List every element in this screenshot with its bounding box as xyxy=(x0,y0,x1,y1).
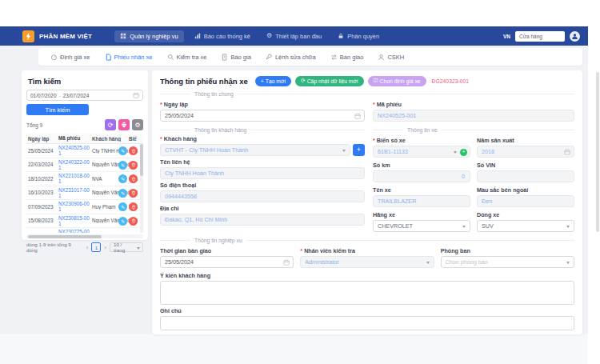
field-so-km: Số km 0 xyxy=(373,160,470,182)
tab-cskh[interactable]: CSKH xyxy=(370,48,411,66)
delete-button[interactable] xyxy=(129,202,138,211)
date-range-input[interactable]: 01/07/2020 - 23/07/2024 xyxy=(26,90,143,101)
edit-button[interactable]: ✎ xyxy=(118,161,127,170)
edit-button[interactable]: ✎ xyxy=(118,189,127,198)
tab-ban-giao[interactable]: Bàn giao xyxy=(323,48,371,66)
field-label: Ngày lập xyxy=(164,101,188,108)
nhan-vien-kiem-tra-select: Administrator xyxy=(300,256,434,268)
user-avatar[interactable] xyxy=(570,31,580,42)
page-size-select[interactable]: 10 / trang xyxy=(110,242,143,252)
app-screen: PHẦN MỀM VIỆT Quản lý nghiệp vụ Báo cáo … xyxy=(0,0,600,364)
required-mark: * xyxy=(160,101,162,108)
nav-item-label: Thiết lập ban đầu xyxy=(275,33,322,40)
edit-button[interactable]: ✎ xyxy=(118,174,127,183)
tab-lenh-sua-chua[interactable]: Lệnh sửa chữa xyxy=(258,48,323,66)
valuation-ref-code: ĐG240323-001 xyxy=(432,78,469,84)
bolt-icon xyxy=(25,33,32,40)
table-row[interactable]: 15/08/2023 NX230815-001 Nguyễn Văn Chối … xyxy=(26,214,143,229)
ngay-lap-input[interactable]: 25/05/2024 xyxy=(160,110,365,122)
khach-hang-value: CTVHT - Cty TNHH Hoàn Thành xyxy=(165,146,248,154)
dong-xe-select[interactable]: SUV xyxy=(477,220,574,232)
tab-phieu-nhan-xe[interactable]: Phiếu nhận xe xyxy=(98,48,160,66)
next-page-button[interactable]: › xyxy=(104,244,106,251)
tab-dinh-gia-xe[interactable]: Định giá xe xyxy=(43,48,98,66)
nav-item-thiet-lap-ban-dau[interactable]: ⚙ Thiết lập ban đầu xyxy=(261,30,327,42)
table-row[interactable]: 18/10/2022 NX221018-001 NVA 65A ✎ xyxy=(26,172,143,186)
lock-icon xyxy=(338,33,344,39)
so-dien-thoai-value: 0944443558 xyxy=(165,193,197,200)
so-vin-input xyxy=(477,170,574,182)
prev-page-button[interactable]: ‹ xyxy=(86,244,89,251)
field-bien-so-xe: *Biển số xe 61B1-11133+ xyxy=(373,135,470,158)
header-khach-hang[interactable]: Khách hàng xyxy=(90,136,129,142)
tab-label: Lệnh sửa chữa xyxy=(275,54,316,61)
table-row[interactable]: 25/07/2023 NX230725-001 Nguyễn Văn Chối … xyxy=(26,228,143,233)
trash-icon xyxy=(131,218,136,223)
total-count: Tổng 9 xyxy=(26,122,42,128)
edit-button[interactable]: ✎ xyxy=(118,217,127,226)
chevron-down-icon xyxy=(462,226,466,228)
nav-item-phan-quyen[interactable]: Phân quyền xyxy=(332,30,385,42)
store-select-value: Cửa hàng xyxy=(519,34,542,39)
create-button[interactable]: +Tạo mới xyxy=(255,76,291,86)
trash-icon xyxy=(131,205,136,210)
nav-item-quan-ly-nghiep-vu[interactable]: Quản lý nghiệp vụ xyxy=(114,30,183,42)
navbar: PHẦN MỀM VIỆT Quản lý nghiệp vụ Báo cáo … xyxy=(0,26,588,46)
field-label: Mã phiếu xyxy=(377,101,402,108)
search-button[interactable]: Tìm kiếm xyxy=(26,104,89,115)
print-button[interactable] xyxy=(118,119,130,130)
bien-so-xe-select: 61B1-11133+ xyxy=(373,146,470,158)
so-km-input: 0 xyxy=(373,170,470,182)
date-from: 01/07/2020 xyxy=(30,93,57,98)
khach-hang-select: CTVHT - Cty TNHH Hoàn Thành xyxy=(160,144,350,156)
header-bien-so: Biể xyxy=(129,136,137,142)
phong-ban-select[interactable]: Chọn phòng ban xyxy=(441,256,574,268)
store-select[interactable]: Cửa hàng xyxy=(515,31,565,42)
y-kien-textarea[interactable] xyxy=(160,281,574,305)
page-number[interactable]: 1 xyxy=(91,242,101,252)
cell-date: 18/10/2022 xyxy=(26,176,58,182)
table-row[interactable]: 07/09/2023 NX230906-001 Huy Phạm 51A ✎ xyxy=(26,200,143,214)
add-customer-button[interactable]: + xyxy=(353,144,365,156)
thoi-gian-ban-giao-input[interactable]: 25/05/2024 xyxy=(160,256,294,268)
field-label: Khách hàng xyxy=(164,135,197,142)
nav-item-bao-cao-thong-ke[interactable]: Báo cáo thống kê xyxy=(189,30,256,42)
header-ma-phieu[interactable]: Mã phiếu xyxy=(58,135,90,141)
cell-code: NX231017-001 xyxy=(58,187,90,198)
vertical-scrollbar[interactable] xyxy=(140,144,143,233)
hang-xe-select[interactable]: CHEVROLET xyxy=(373,220,470,232)
field-ten-xe: Tên xe TRAILBLAZER xyxy=(373,185,470,207)
ghi-chu-textarea[interactable] xyxy=(160,316,574,330)
field-label: Tên liên hệ xyxy=(160,158,190,166)
horizontal-scrollbar[interactable] xyxy=(26,234,143,238)
delete-button[interactable] xyxy=(129,217,138,226)
tab-kiem-tra-xe[interactable]: Kiểm tra xe xyxy=(160,48,214,66)
delete-button[interactable] xyxy=(129,174,138,183)
settings-button[interactable]: ⚙ xyxy=(132,119,143,130)
search-panel: Tìm kiếm 01/07/2020 - 23/07/2024 Tìm kiế… xyxy=(22,70,148,240)
person-icon xyxy=(378,54,385,61)
gauge-icon xyxy=(50,54,58,61)
nav-item-label: Phân quyền xyxy=(347,33,379,40)
field-label: Phòng ban xyxy=(441,247,470,254)
field-label: Hãng xe xyxy=(373,211,395,218)
update-button[interactable]: ⟳Cập nhật dữ liệu mới xyxy=(295,76,364,86)
add-vehicle-button[interactable]: + xyxy=(460,149,467,156)
edit-button[interactable]: ✎ xyxy=(118,202,127,211)
trash-icon xyxy=(131,149,136,154)
calendar-icon xyxy=(283,259,290,266)
delete-button[interactable] xyxy=(129,189,138,198)
delete-button[interactable] xyxy=(129,161,138,170)
field-label: Màu sắc bên ngoài xyxy=(477,186,528,194)
field-label: Số VIN xyxy=(477,162,495,169)
tab-bao-gia[interactable]: Báo giá xyxy=(214,48,258,66)
page-scrollbar[interactable] xyxy=(596,72,599,232)
field-nam-san-xuat: Năm sản xuất 2018 xyxy=(477,135,574,158)
edit-button[interactable]: ✎ xyxy=(118,146,127,155)
choose-valuation-button[interactable]: ☑Chọn định giá xe xyxy=(368,76,426,86)
table-row[interactable]: 22/03/2024 NX240322-001 Nguyễn Văn Chối … xyxy=(26,158,143,173)
refresh-button[interactable]: ⟳ xyxy=(105,119,116,130)
table-row[interactable]: 25/05/2024 NX240525-001 Cty TNHH Hoàn Th… xyxy=(26,144,143,158)
delete-button[interactable] xyxy=(129,146,138,155)
table-row[interactable]: 16/10/2023 NX231017-001 Nguyễn Văn Chối … xyxy=(26,186,143,201)
